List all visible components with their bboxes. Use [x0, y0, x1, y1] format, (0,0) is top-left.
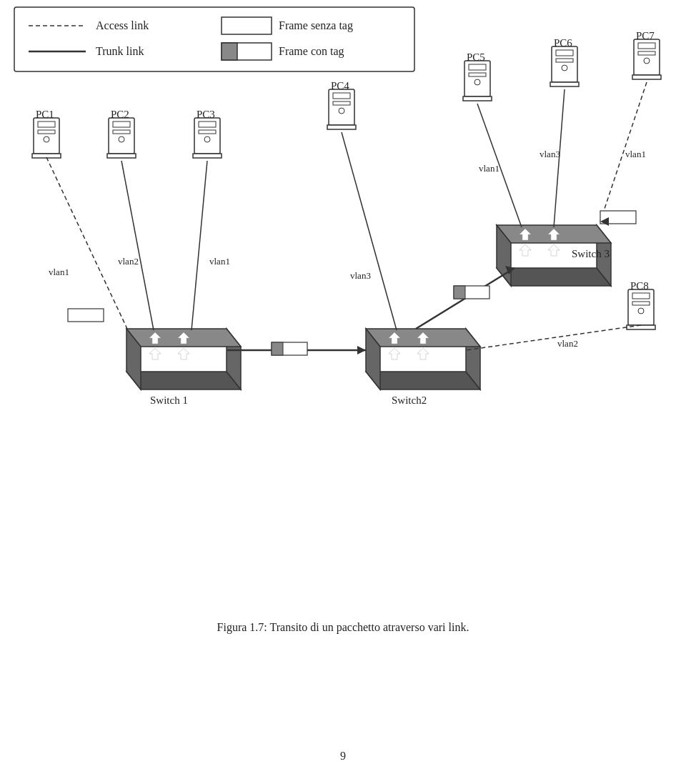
svg-marker-11	[0, 21, 64, 39]
switch2-icon	[366, 329, 480, 389]
pc3-icon	[193, 118, 222, 158]
svg-line-22	[192, 161, 207, 330]
pc8-icon	[627, 289, 655, 329]
svg-rect-2	[222, 17, 272, 34]
svg-line-19	[46, 157, 127, 329]
svg-rect-20	[68, 309, 104, 322]
svg-rect-0	[14, 7, 414, 71]
frame-con-tag-label: Frame con tag	[279, 45, 344, 58]
svg-marker-18	[1, 0, 13, 9]
switch3-label: Switch 3	[572, 248, 610, 259]
pc4-icon	[327, 89, 356, 129]
svg-rect-26	[272, 342, 283, 355]
pc4-label: PC4	[331, 80, 349, 91]
switch1-label: Switch 1	[150, 395, 188, 406]
figure-caption: Figura 1.7: Transito di un pacchetto atr…	[0, 621, 686, 634]
vlan3-pc4-label: vlan3	[350, 270, 371, 281]
pc3-label: PC3	[197, 109, 215, 120]
vlan1-pc7-label: vlan1	[625, 149, 646, 159]
access-link-label: Access link	[96, 19, 149, 31]
svg-line-23	[342, 132, 397, 330]
page: Access link Frame senza tag Trunk link F…	[0, 0, 686, 784]
pc2-icon	[107, 118, 136, 158]
page-number: 9	[0, 750, 686, 763]
trunk-link-label: Trunk link	[96, 45, 144, 57]
switch1-icon	[126, 329, 241, 389]
pc7-icon	[632, 39, 661, 79]
pc8-label: PC8	[630, 280, 649, 292]
vlan2-pc2-label: vlan2	[118, 256, 139, 267]
vlan1-pc1-label: vlan1	[49, 267, 69, 277]
pc7-label: PC7	[636, 30, 655, 41]
vlan1-pc3-label: vlan1	[209, 256, 230, 267]
pc2-label: PC2	[111, 109, 129, 120]
vlan1-pc5-label: vlan1	[479, 163, 499, 174]
pc1-label: PC1	[36, 109, 54, 120]
frame-senza-tag-label: Frame senza tag	[279, 19, 353, 32]
svg-line-37	[466, 325, 641, 350]
svg-line-21	[121, 161, 154, 330]
pc6-icon	[550, 46, 579, 86]
svg-rect-30	[454, 286, 465, 299]
svg-rect-5	[222, 43, 237, 60]
svg-marker-12	[50, 0, 64, 39]
svg-rect-10	[0, 4, 14, 8]
vlan3-pc6-label: vlan3	[540, 149, 560, 159]
svg-rect-6	[0, 0, 13, 4]
pc1-icon	[32, 118, 61, 158]
pc5-label: PC5	[467, 51, 485, 63]
pc5-icon	[463, 61, 492, 101]
switch2-label: Switch2	[392, 395, 427, 406]
pc6-label: PC6	[554, 37, 572, 49]
svg-marker-27	[357, 346, 366, 354]
vlan2-pc8-label: vlan2	[557, 338, 578, 349]
